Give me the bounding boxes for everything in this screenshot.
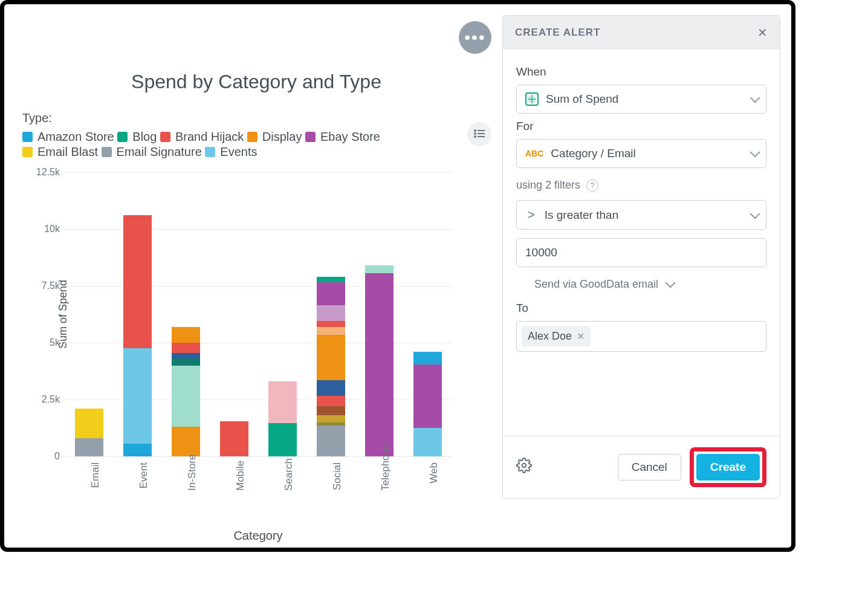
create-alert-panel: CREATE ALERT ✕ When +−×= Sum of Spend Fo… (502, 15, 780, 499)
chevron-down-icon (750, 209, 757, 222)
svg-point-4 (474, 135, 476, 138)
panel-header: CREATE ALERT ✕ (503, 16, 780, 50)
svg-text:+: + (529, 95, 531, 99)
send-via-select[interactable]: Send via GoodData email (516, 267, 766, 296)
y-tick-label: 5k (50, 337, 60, 348)
legend-item[interactable]: Email Blast (22, 145, 98, 159)
legend-swatch (247, 132, 257, 142)
for-label: For (516, 120, 766, 133)
when-label: When (516, 65, 766, 79)
cancel-button[interactable]: Cancel (618, 454, 681, 481)
metric-icon: +−×= (525, 92, 539, 106)
chart-plot-area: Sum of Spend 02.5k5k7.5k10k12.5k EmailEv… (65, 172, 452, 456)
legend-swatch (102, 147, 112, 157)
legend-swatch (305, 132, 316, 142)
bar[interactable] (268, 381, 297, 456)
recipients-input[interactable]: Alex Doe ✕ (516, 321, 766, 352)
svg-text:=: = (533, 99, 535, 103)
svg-point-0 (474, 129, 476, 132)
for-attribute-select[interactable]: ABC Category / Email (516, 139, 766, 168)
x-tick-label: Event (137, 462, 149, 491)
svg-rect-1 (478, 130, 485, 131)
to-label: To (516, 302, 766, 315)
chart-title: Spend by Category and Type (22, 71, 490, 93)
x-tick-label: Web (427, 462, 439, 491)
condition-select[interactable]: > Is greater than (516, 200, 766, 230)
y-tick-label: 0 (54, 451, 60, 462)
recipient-tag: Alex Doe ✕ (522, 326, 591, 346)
bar[interactable] (75, 409, 103, 456)
bar[interactable] (413, 352, 442, 456)
y-tick-label: 10k (44, 224, 60, 235)
legend-swatch (22, 147, 33, 157)
x-axis-label: Category (65, 529, 452, 543)
x-tick-label: Search (282, 462, 294, 491)
condition-value: Is greater than (545, 209, 619, 222)
bar[interactable] (220, 421, 248, 456)
svg-point-12 (522, 464, 526, 468)
create-button[interactable]: Create (696, 454, 760, 481)
filters-summary: using 2 filters ? (516, 179, 766, 192)
svg-text:−: − (533, 95, 535, 99)
more-options-button[interactable]: ••• (459, 21, 491, 54)
legend-label: Type: (22, 111, 52, 125)
x-tick-label: Social (331, 462, 343, 491)
when-metric-value: Sum of Spend (546, 92, 618, 106)
chevron-down-icon (750, 92, 757, 106)
bar[interactable] (365, 265, 394, 456)
svg-point-2 (474, 132, 476, 135)
svg-text:×: × (529, 99, 531, 103)
attribute-icon: ABC (525, 149, 543, 158)
close-icon[interactable]: ✕ (757, 25, 768, 40)
chart-panel: ••• Spend by Category and Type Type: Ama… (4, 4, 502, 548)
legend-list-toggle[interactable] (467, 122, 491, 146)
x-tick-label: In-Store (186, 462, 198, 491)
panel-footer: Cancel Create (503, 436, 780, 498)
legend-item[interactable]: Email Signature (102, 145, 202, 159)
chevron-down-icon (666, 278, 673, 291)
legend-item[interactable]: Brand Hijack (160, 130, 244, 144)
list-icon (474, 128, 485, 141)
legend-item[interactable]: Events (205, 145, 257, 159)
greater-than-icon: > (525, 208, 537, 222)
chart-legend: Type: Amazon Store Blog Brand Hijack Dis… (22, 111, 433, 160)
y-tick-label: 12.5k (36, 167, 60, 178)
legend-swatch (160, 132, 170, 142)
legend-item[interactable]: Amazon Store (22, 130, 114, 144)
x-tick-label: Mobile (234, 462, 246, 491)
remove-recipient-icon[interactable]: ✕ (577, 331, 585, 342)
bar[interactable] (123, 215, 152, 456)
chevron-down-icon (750, 147, 757, 160)
legend-item[interactable]: Ebay Store (305, 130, 380, 144)
bar[interactable] (172, 327, 200, 456)
legend-item[interactable]: Display (247, 130, 302, 144)
legend-swatch (22, 132, 33, 142)
svg-rect-5 (478, 136, 485, 137)
panel-title: CREATE ALERT (515, 27, 600, 39)
legend-item[interactable]: Blog (117, 130, 157, 144)
create-button-highlight: Create (690, 447, 766, 487)
y-tick-label: 2.5k (42, 394, 60, 405)
when-metric-select[interactable]: +−×= Sum of Spend (516, 85, 766, 114)
gear-icon[interactable] (516, 458, 532, 477)
threshold-input[interactable] (516, 238, 766, 267)
legend-swatch (117, 132, 128, 142)
svg-rect-3 (478, 133, 485, 134)
y-tick-label: 7.5k (42, 280, 60, 291)
x-tick-label: Email (89, 462, 101, 491)
help-icon[interactable]: ? (586, 180, 598, 192)
for-attribute-value: Category / Email (551, 147, 635, 160)
legend-swatch (205, 147, 215, 157)
x-tick-label: Telephone (379, 462, 391, 491)
bar[interactable] (317, 277, 345, 456)
